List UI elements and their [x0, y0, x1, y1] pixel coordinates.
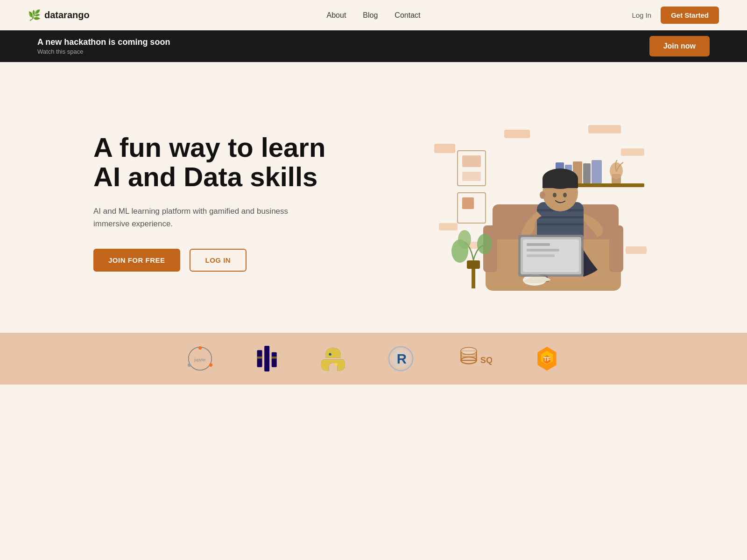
svg-point-59	[335, 363, 338, 366]
tech-logos-bar: jupyter R	[0, 333, 747, 385]
nav-actions: Log In Get Started	[632, 7, 719, 24]
svg-text:TF: TF	[543, 356, 551, 363]
tensorflow-icon: TF	[534, 346, 560, 371]
svg-rect-44	[467, 260, 480, 269]
r-icon: R	[388, 346, 416, 371]
svg-rect-36	[527, 254, 555, 257]
svg-point-41	[563, 193, 567, 197]
svg-point-51	[209, 364, 212, 367]
login-button[interactable]: Log In	[632, 11, 651, 19]
svg-point-42	[540, 191, 545, 199]
tensorflow-logo: TF	[534, 346, 560, 371]
svg-text:jupyter: jupyter	[194, 358, 206, 362]
join-now-button[interactable]: Join now	[649, 36, 710, 56]
navbar: 🌿 datarango About Blog Contact Log In Ge…	[0, 0, 747, 30]
svg-rect-8	[462, 155, 481, 167]
nav-contact[interactable]: Contact	[395, 11, 420, 20]
svg-point-40	[553, 193, 557, 197]
svg-rect-1	[504, 130, 530, 138]
sql-logo: SQL	[458, 346, 492, 371]
banner-text: A new hackathon is coming soon Watch thi…	[37, 37, 170, 55]
announcement-banner: A new hackathon is coming soon Watch thi…	[0, 30, 747, 62]
jupyter-icon: jupyter	[187, 346, 213, 371]
svg-point-47	[458, 230, 471, 249]
svg-point-66	[461, 348, 476, 355]
svg-rect-16	[583, 163, 591, 183]
jupyter-logo: jupyter	[187, 346, 213, 371]
logo-icon: 🌿	[28, 9, 41, 21]
svg-point-50	[188, 364, 191, 367]
svg-rect-29	[537, 216, 584, 218]
nav-blog[interactable]: Blog	[363, 11, 378, 20]
join-free-button[interactable]: JOIN FOR FREE	[93, 249, 180, 272]
banner-title: A new hackathon is coming soon	[37, 37, 170, 47]
svg-rect-9	[462, 172, 481, 181]
hero-description: AI and ML learning platform with gamifie…	[93, 205, 289, 230]
pandas-logo	[255, 346, 278, 371]
logo[interactable]: 🌿 datarango	[28, 9, 90, 21]
sql-icon: SQL	[458, 346, 492, 371]
python-logo	[320, 346, 346, 371]
nav-links: About Blog Contact	[327, 11, 421, 20]
svg-rect-11	[462, 197, 474, 209]
svg-point-58	[329, 353, 332, 356]
r-logo: R	[388, 346, 416, 371]
svg-point-49	[198, 346, 202, 350]
hero-section: A fun way to learn AI and Data skills AI…	[47, 62, 700, 333]
svg-rect-24	[609, 225, 623, 272]
svg-rect-0	[434, 144, 455, 153]
svg-rect-30	[537, 223, 584, 225]
pandas-icon	[255, 346, 278, 371]
hero-buttons: JOIN FOR FREE LOG IN	[93, 249, 325, 272]
log-in-hero-button[interactable]: LOG IN	[190, 249, 247, 272]
svg-rect-17	[592, 160, 602, 183]
svg-rect-35	[527, 249, 559, 252]
hero-title: A fun way to learn AI and Data skills	[93, 133, 325, 192]
python-icon	[320, 346, 346, 371]
hero-illustration	[411, 102, 654, 302]
svg-rect-3	[621, 148, 644, 156]
get-started-button[interactable]: Get Started	[661, 7, 719, 24]
nav-about[interactable]: About	[327, 11, 346, 20]
svg-rect-57	[272, 357, 277, 359]
svg-rect-54	[264, 346, 269, 371]
logo-text: datarango	[44, 10, 90, 21]
banner-subtitle: Watch this space	[37, 48, 170, 55]
svg-rect-2	[588, 125, 621, 133]
svg-rect-4	[439, 223, 458, 231]
svg-rect-34	[527, 243, 550, 246]
svg-text:SQL: SQL	[480, 355, 492, 365]
svg-point-46	[477, 234, 492, 254]
svg-rect-39	[543, 179, 578, 188]
svg-rect-56	[257, 357, 262, 359]
svg-rect-55	[272, 352, 277, 367]
illustration-svg	[411, 102, 654, 302]
svg-text:R: R	[397, 351, 407, 366]
svg-rect-6	[626, 246, 647, 254]
hero-content: A fun way to learn AI and Data skills AI…	[93, 133, 325, 272]
